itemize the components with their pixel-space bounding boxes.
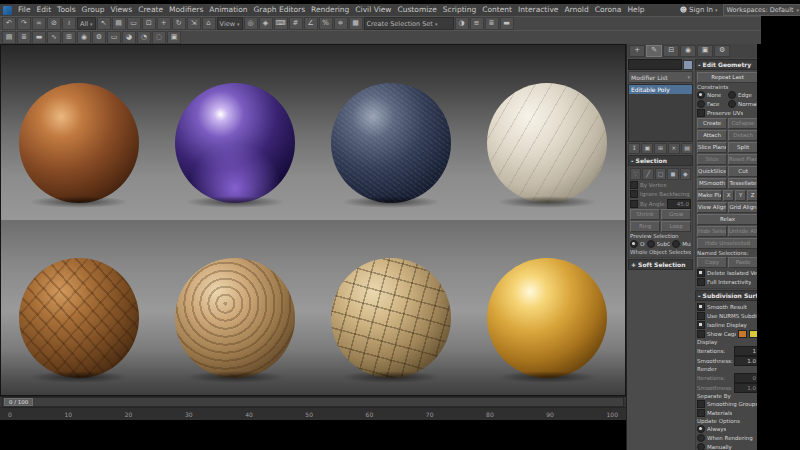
preview-subobj-radio[interactable]: SubObj xyxy=(647,240,671,248)
subdivision-surface-rollout-header[interactable]: - Subdivision Surface xyxy=(695,290,760,301)
sphere-surface[interactable] xyxy=(487,258,607,378)
smoothing-groups-checkbox[interactable]: Smoothing Groups xyxy=(697,400,758,408)
workspaces-dropdown[interactable]: Workspaces: Default ▾ xyxy=(723,4,800,16)
modifier-editable-poly[interactable]: Editable Poly xyxy=(629,85,692,94)
display-tab[interactable]: ▣ xyxy=(697,45,713,57)
menu-item[interactable]: Scripting xyxy=(440,4,479,16)
slice-button[interactable]: Slice xyxy=(697,154,727,165)
hide-unselected-button[interactable]: Hide Unselected xyxy=(697,238,758,249)
scene-explorer-icon[interactable]: ▤ xyxy=(2,31,16,44)
rendered-frame-window-icon[interactable]: ▭ xyxy=(107,31,121,44)
update-when-rendering-radio[interactable]: When Rendering xyxy=(697,434,758,442)
loop-button[interactable]: Loop xyxy=(661,221,691,232)
cage-color-swatch[interactable] xyxy=(738,330,747,338)
select-object-icon[interactable]: ↖ xyxy=(97,17,111,30)
reference-coordinate-dropdown[interactable]: View▾ xyxy=(217,17,243,30)
quickslice-button[interactable]: QuickSlice xyxy=(697,166,727,177)
make-planar-y-button[interactable]: Y xyxy=(735,190,746,201)
layer-explorer-icon[interactable]: ≣ xyxy=(485,17,499,30)
reset-plane-button[interactable]: Reset Plane xyxy=(728,154,758,165)
menu-item[interactable]: Arnold xyxy=(561,4,591,16)
menu-item[interactable]: Animation xyxy=(206,4,250,16)
repeat-last-button[interactable]: Repeat Last xyxy=(697,72,758,83)
schematic-view-icon[interactable]: ⊞ xyxy=(62,31,76,44)
element-subobject-icon[interactable]: ◆ xyxy=(680,168,691,180)
create-button[interactable]: Create xyxy=(697,118,727,129)
full-interactivity-checkbox[interactable]: Full Interactivity xyxy=(697,278,758,286)
attach-button[interactable]: Attach xyxy=(697,130,727,141)
menu-item[interactable]: Edit xyxy=(34,4,55,16)
update-always-radio[interactable]: Always xyxy=(697,425,758,433)
edit-named-selection-sets-icon[interactable]: ▦ xyxy=(349,17,363,30)
display-toggle-icon[interactable]: ▣ xyxy=(167,31,181,44)
soft-selection-rollout-header[interactable]: + Soft Selection xyxy=(628,259,693,270)
hide-selected-button[interactable]: Hide Selected xyxy=(697,226,727,237)
modifier-list-dropdown[interactable]: Modifier List ▾ xyxy=(628,71,693,83)
by-angle-checkbox[interactable]: By Angle: xyxy=(630,200,666,208)
make-planar-x-button[interactable]: X xyxy=(723,190,734,201)
sphere-surface[interactable] xyxy=(331,83,451,203)
render-setup-icon[interactable]: ⚙ xyxy=(92,31,106,44)
selection-region-icon[interactable]: ▭ xyxy=(127,17,141,30)
select-and-manipulate-icon[interactable]: ◈ xyxy=(259,17,273,30)
by-vertex-checkbox[interactable]: By Vertex xyxy=(630,181,691,189)
ring-button[interactable]: Ring xyxy=(630,221,660,232)
preview-multi-radio[interactable]: Multi xyxy=(672,240,691,248)
modify-tab[interactable]: ✎ xyxy=(646,45,662,57)
perspective-viewport[interactable] xyxy=(0,44,626,396)
object-color-swatch[interactable] xyxy=(683,60,693,70)
menu-item[interactable]: Group xyxy=(79,4,108,16)
use-pivot-point-center-icon[interactable]: ◎ xyxy=(244,17,258,30)
spinner-snap-icon[interactable]: ≑ xyxy=(334,17,348,30)
spinner-field[interactable]: 1 xyxy=(734,346,758,356)
menu-item[interactable]: Content xyxy=(479,4,515,16)
view-align-button[interactable]: View Align xyxy=(697,202,727,213)
make-planar-button[interactable]: Make Planar xyxy=(697,190,722,201)
window-crossing-icon[interactable]: ⊡ xyxy=(142,17,156,30)
bind-to-space-warp-icon[interactable]: ≀ xyxy=(62,17,76,30)
select-and-scale-icon[interactable]: ⇲ xyxy=(187,17,201,30)
create-tab[interactable]: + xyxy=(629,45,645,57)
configure-modifier-sets-icon[interactable]: ▤ xyxy=(681,143,693,154)
tessellate-button[interactable]: Tessellate xyxy=(728,178,758,189)
isolate-selection-icon[interactable]: ◌ xyxy=(152,31,166,44)
select-and-rotate-icon[interactable]: ↻ xyxy=(172,17,186,30)
cut-button[interactable]: Cut xyxy=(728,166,758,177)
sphere-surface[interactable] xyxy=(175,83,295,203)
grow-button[interactable]: Grow xyxy=(661,209,691,220)
sphere-surface[interactable] xyxy=(19,258,139,378)
layer-explorer-toggle-icon[interactable]: ≣ xyxy=(17,31,31,44)
sign-in-button[interactable]: ☻ Sign In ▾ xyxy=(680,6,718,14)
detach-button[interactable]: Detach xyxy=(728,130,758,141)
sphere-surface[interactable] xyxy=(19,83,139,203)
mirror-icon[interactable]: ◑ xyxy=(455,17,469,30)
curve-editor-icon[interactable]: ∿ xyxy=(47,31,61,44)
menu-item[interactable]: File xyxy=(15,4,34,16)
split-checkbox-button[interactable]: Split xyxy=(728,142,758,153)
time-slider-handle[interactable]: 0 / 100 xyxy=(4,398,33,406)
time-slider-track[interactable]: 0 / 100 xyxy=(2,397,624,407)
isoline-display-checkbox[interactable]: Isoline Display xyxy=(697,321,758,329)
select-by-name-icon[interactable]: ▤ xyxy=(112,17,126,30)
select-and-move-icon[interactable]: + xyxy=(157,17,171,30)
3dsmax-logo[interactable] xyxy=(3,6,12,15)
sphere-surface[interactable] xyxy=(487,83,607,203)
menu-item[interactable]: Views xyxy=(107,4,135,16)
menu-item[interactable]: Interactive xyxy=(515,4,561,16)
snap-toggle-icon[interactable]: # xyxy=(289,17,303,30)
ribbon-toggle-icon[interactable]: ▬ xyxy=(500,17,514,30)
percent-snap-icon[interactable]: % xyxy=(319,17,333,30)
show-end-result-icon[interactable]: ▣ xyxy=(641,143,653,154)
constraint-normal-radio[interactable]: Normal xyxy=(728,100,758,108)
spinner-field[interactable]: 0 xyxy=(734,373,758,383)
materials-checkbox[interactable]: Materials xyxy=(697,409,758,417)
use-nurms-checkbox[interactable]: Use NURMS Subdivision xyxy=(697,312,758,320)
render-iterative-icon[interactable]: ◔ xyxy=(137,31,151,44)
constraint-edge-radio[interactable]: Edge xyxy=(728,91,758,99)
redo-icon[interactable]: ↷ xyxy=(17,17,31,30)
spinner-field[interactable]: 1.0 xyxy=(734,383,758,393)
remove-modifier-icon[interactable]: × xyxy=(668,143,680,154)
modifier-stack[interactable]: Editable Poly xyxy=(628,84,693,142)
menu-item[interactable]: Modifiers xyxy=(166,4,206,16)
select-and-link-icon[interactable]: ∞ xyxy=(32,17,46,30)
